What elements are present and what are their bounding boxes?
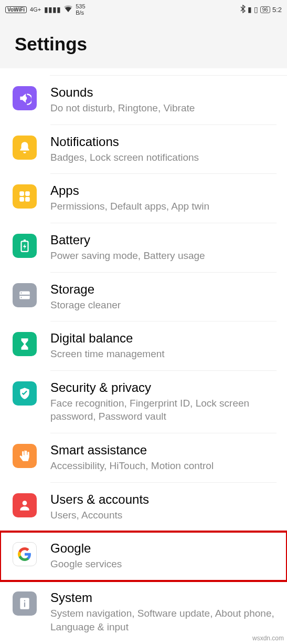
- item-subtitle: Storage cleaner: [50, 298, 277, 312]
- item-subtitle: Do not disturb, Ringtone, Vibrate: [50, 101, 277, 115]
- hand-icon: [13, 444, 37, 468]
- wifi-icon: [64, 5, 72, 14]
- item-title: Storage: [50, 282, 277, 297]
- battery-percent: 96: [260, 6, 270, 13]
- prev-row-edge: [50, 68, 287, 76]
- watermark: wsxdn.com: [252, 635, 284, 642]
- bluetooth-icon: [240, 5, 246, 15]
- net-speed: 535 B/s: [76, 3, 85, 16]
- grid-icon: [13, 184, 37, 209]
- settings-item-smart-assistance[interactable]: Smart assistanceAccessibility, HiTouch, …: [0, 433, 287, 483]
- bell-icon: [13, 136, 37, 160]
- item-title: Apps: [50, 183, 277, 198]
- vibrate-icon: ▯: [254, 5, 258, 14]
- google-icon: [13, 542, 37, 566]
- settings-item-system[interactable]: SystemSystem navigation, Software update…: [0, 581, 287, 643]
- settings-item-sounds[interactable]: SoundsDo not disturb, Ringtone, Vibrate: [0, 76, 287, 125]
- settings-header: Settings: [0, 19, 287, 68]
- item-title: Sounds: [50, 85, 277, 100]
- item-subtitle: System navigation, Software update, Abou…: [50, 607, 277, 633]
- info-icon: [13, 591, 37, 616]
- person-icon: [13, 493, 37, 517]
- item-subtitle: Face recognition, Fingerprint ID, Lock s…: [50, 397, 277, 423]
- item-subtitle: Badges, Lock screen notifications: [50, 151, 277, 164]
- battery-icon: [13, 234, 37, 258]
- item-title: System: [50, 590, 277, 605]
- battery-icon: ▮: [248, 5, 252, 14]
- item-subtitle: Google services: [50, 557, 277, 571]
- settings-item-storage[interactable]: StorageStorage cleaner: [0, 273, 287, 322]
- settings-item-battery[interactable]: BatteryPower saving mode, Battery usage: [0, 223, 287, 273]
- signal-icon: ▮▮▮▮: [44, 5, 61, 14]
- item-subtitle: Screen time management: [50, 347, 277, 361]
- item-title: Security & privacy: [50, 380, 277, 395]
- settings-item-digital-balance[interactable]: Digital balanceScreen time management: [0, 321, 287, 371]
- clock: 5:2: [272, 6, 282, 14]
- item-subtitle: Users, Accounts: [50, 508, 277, 522]
- vowifi-icon: VoWiFi: [5, 6, 27, 13]
- settings-list: SoundsDo not disturb, Ringtone, VibrateN…: [0, 76, 287, 643]
- item-subtitle: Power saving mode, Battery usage: [50, 249, 277, 263]
- settings-item-notifications[interactable]: NotificationsBadges, Lock screen notific…: [0, 125, 287, 174]
- status-bar: VoWiFi 4G+ ▮▮▮▮ 535 B/s ▮ ▯ 96 5:2: [0, 0, 287, 19]
- item-title: Battery: [50, 233, 277, 247]
- hourglass-icon: [13, 332, 37, 356]
- settings-item-security-privacy[interactable]: Security & privacyFace recognition, Fing…: [0, 371, 287, 433]
- item-subtitle: Accessibility, HiTouch, Motion control: [50, 459, 277, 473]
- item-title: Users & accounts: [50, 492, 277, 507]
- item-title: Notifications: [50, 134, 277, 149]
- network-type: 4G+: [30, 6, 41, 13]
- item-title: Smart assistance: [50, 443, 277, 458]
- settings-item-apps[interactable]: AppsPermissions, Default apps, App twin: [0, 174, 287, 223]
- settings-item-google[interactable]: GoogleGoogle services: [0, 532, 287, 581]
- page-title: Settings: [15, 34, 272, 55]
- item-subtitle: Permissions, Default apps, App twin: [50, 200, 277, 213]
- drive-icon: [13, 283, 37, 307]
- settings-item-users-accounts[interactable]: Users & accountsUsers, Accounts: [0, 483, 287, 532]
- item-title: Digital balance: [50, 331, 277, 346]
- item-title: Google: [50, 541, 277, 556]
- sound-icon: [13, 86, 37, 110]
- shield-icon: [13, 381, 37, 406]
